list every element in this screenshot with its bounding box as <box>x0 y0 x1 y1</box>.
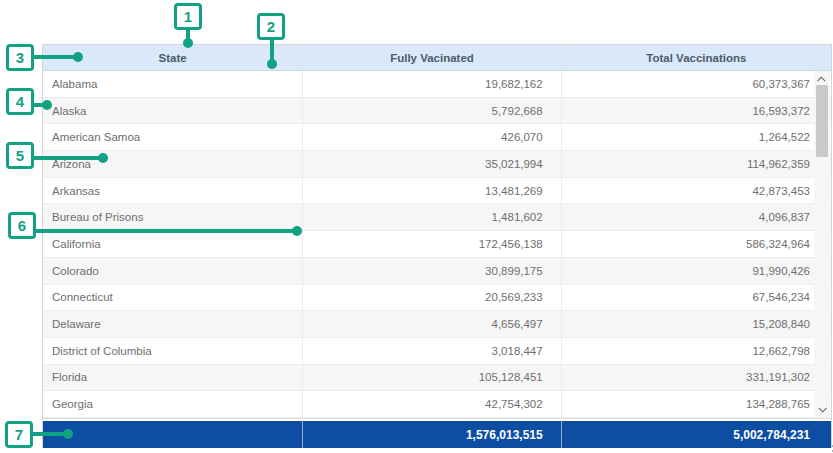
scrollbar-thumb[interactable] <box>816 85 828 157</box>
cell-total_vaccinations: 134,288,765 <box>561 391 831 417</box>
callout-2-label: 2 <box>267 19 275 34</box>
callout-6-line <box>32 229 297 233</box>
cell-fully_vaccinated: 19,682,162 <box>302 71 560 97</box>
cell-fully_vaccinated: 172,456,138 <box>302 231 560 257</box>
cell-fully_vaccinated: 4,656,497 <box>302 311 560 337</box>
table-header: State Fully Vacinated Total Vaccinations <box>43 45 831 71</box>
cell-fully_vaccinated: 5,792,668 <box>302 98 560 124</box>
callout-6: 6 <box>8 212 36 239</box>
summary-row: 1,576,013,515 5,002,784,231 <box>43 421 831 448</box>
scroll-down-button[interactable] <box>814 402 830 416</box>
callout-1-label: 1 <box>184 9 192 24</box>
cell-state: Georgia <box>43 391 302 417</box>
table-row[interactable]: District of Columbia3,018,44712,662,798 <box>43 338 831 365</box>
vaccination-table: State Fully Vacinated Total Vaccinations… <box>42 44 832 448</box>
table-body: Alabama19,682,16260,373,367Alaska5,792,6… <box>43 71 831 418</box>
callout-7: 7 <box>5 421 33 448</box>
app-canvas: State Fully Vacinated Total Vaccinations… <box>0 0 833 453</box>
table-row[interactable]: Arkansas13,481,26942,873,453 <box>43 178 831 205</box>
callout-5-dot <box>98 153 108 163</box>
cell-total_vaccinations: 42,873,453 <box>561 178 831 204</box>
cell-state: Arizona <box>43 151 302 177</box>
header-total-vaccinations[interactable]: Total Vaccinations <box>561 45 831 70</box>
callout-5-label: 5 <box>16 148 24 163</box>
cell-total_vaccinations: 114,962,359 <box>561 151 831 177</box>
cell-total_vaccinations: 4,096,837 <box>561 204 831 230</box>
cell-total_vaccinations: 67,546,234 <box>561 285 831 311</box>
table-row[interactable]: Colorado30,899,17591,990,426 <box>43 258 831 285</box>
cell-fully_vaccinated: 13,481,269 <box>302 178 560 204</box>
table-row[interactable]: Alaska5,792,66816,593,372 <box>43 98 831 125</box>
summary-total-vaccinations: 5,002,784,231 <box>561 421 831 448</box>
callout-2-dot <box>267 59 277 69</box>
callout-1: 1 <box>174 3 202 30</box>
callout-7-label: 7 <box>15 427 23 442</box>
cell-fully_vaccinated: 35,021,994 <box>302 151 560 177</box>
cell-total_vaccinations: 91,990,426 <box>561 258 831 284</box>
header-fully-vaccinated[interactable]: Fully Vacinated <box>302 45 560 70</box>
summary-fully-vaccinated: 1,576,013,515 <box>302 421 560 448</box>
cell-total_vaccinations: 60,373,367 <box>561 71 831 97</box>
cell-fully_vaccinated: 426,070 <box>302 124 560 150</box>
cell-total_vaccinations: 1,264,522 <box>561 124 831 150</box>
callout-3-label: 3 <box>16 50 24 65</box>
cell-state: Florida <box>43 365 302 391</box>
chevron-up-icon <box>817 76 825 84</box>
cell-state: Delaware <box>43 311 302 337</box>
callout-7-dot <box>63 429 73 439</box>
cell-state: Bureau of Prisons <box>43 204 302 230</box>
callout-3-dot <box>73 52 83 62</box>
callout-2: 2 <box>257 13 285 40</box>
cell-total_vaccinations: 12,662,798 <box>561 338 831 364</box>
cell-total_vaccinations: 16,593,372 <box>561 98 831 124</box>
callout-5: 5 <box>6 142 34 169</box>
callout-5-line <box>30 156 103 160</box>
table-row[interactable]: California172,456,138586,324,964 <box>43 231 831 258</box>
cell-fully_vaccinated: 3,018,447 <box>302 338 560 364</box>
callout-3: 3 <box>6 44 34 71</box>
cell-state: Alabama <box>43 71 302 97</box>
callout-4: 4 <box>6 88 34 115</box>
summary-state-cell <box>43 421 302 448</box>
table-row[interactable]: Alabama19,682,16260,373,367 <box>43 71 831 98</box>
table-row[interactable]: Bureau of Prisons1,481,6024,096,837 <box>43 204 831 231</box>
cell-state: Colorado <box>43 258 302 284</box>
cell-state: California <box>43 231 302 257</box>
callout-6-label: 6 <box>18 218 26 233</box>
table-row[interactable]: Florida105,128,451331,191,302 <box>43 365 831 392</box>
callout-4-dot <box>42 100 52 110</box>
chevron-down-icon <box>818 404 826 412</box>
callout-1-dot <box>183 38 193 48</box>
vertical-scrollbar[interactable] <box>814 71 830 418</box>
cell-fully_vaccinated: 105,128,451 <box>302 365 560 391</box>
cell-total_vaccinations: 331,191,302 <box>561 365 831 391</box>
table-row[interactable]: Georgia42,754,302134,288,765 <box>43 391 831 418</box>
cell-fully_vaccinated: 30,899,175 <box>302 258 560 284</box>
cell-state: American Samoa <box>43 124 302 150</box>
cell-fully_vaccinated: 1,481,602 <box>302 204 560 230</box>
callout-3-line <box>30 55 78 59</box>
table-row[interactable]: American Samoa426,0701,264,522 <box>43 124 831 151</box>
cell-fully_vaccinated: 42,754,302 <box>302 391 560 417</box>
table-row[interactable]: Delaware4,656,49715,208,840 <box>43 311 831 338</box>
cell-total_vaccinations: 586,324,964 <box>561 231 831 257</box>
table-row[interactable]: Connecticut20,569,23367,546,234 <box>43 285 831 312</box>
cell-fully_vaccinated: 20,569,233 <box>302 285 560 311</box>
callout-4-label: 4 <box>16 94 24 109</box>
cell-state: District of Columbia <box>43 338 302 364</box>
cell-state: Connecticut <box>43 285 302 311</box>
cell-total_vaccinations: 15,208,840 <box>561 311 831 337</box>
cell-state: Alaska <box>43 98 302 124</box>
callout-6-dot <box>292 226 302 236</box>
table-row[interactable]: Arizona35,021,994114,962,359 <box>43 151 831 178</box>
cell-state: Arkansas <box>43 178 302 204</box>
